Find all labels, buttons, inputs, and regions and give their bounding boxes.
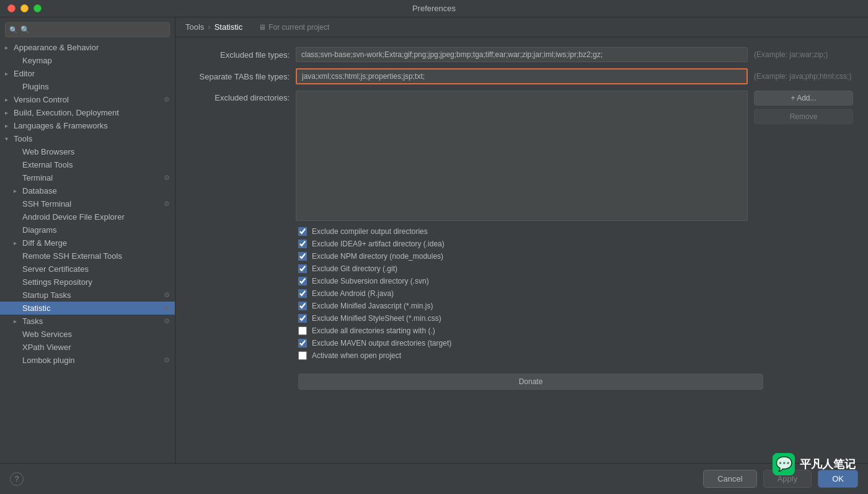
checkbox-row-chk11: Activate when open project [298,351,853,360]
settings-content: Excluded file types: (Example: jar;war;z… [175,37,868,463]
search-input[interactable] [5,22,170,37]
sidebar-item-server-certs[interactable]: Server Certificates [0,263,175,276]
checkbox-row-chk1: Exclude compiler output directories [298,227,853,236]
gear-icon: ⚙ [164,356,170,364]
checkbox-chk8[interactable] [298,314,307,323]
checkbox-label-chk1[interactable]: Exclude compiler output directories [312,227,428,236]
checkbox-row-chk10: Exclude MAVEN output directories (target… [298,339,853,348]
sidebar-item-label: Version Control [14,95,69,104]
checkbox-chk4[interactable] [298,264,307,273]
checkbox-chk9[interactable] [298,326,307,335]
sidebar: 🔍 ▸Appearance & BehaviorKeymap▸EditorPlu… [0,17,175,463]
sidebar-item-remote-ssh[interactable]: Remote SSH External Tools [0,249,175,263]
sidebar-item-diagrams[interactable]: Diagrams [0,223,175,236]
sidebar-item-label: External Tools [22,160,73,169]
sidebar-item-languages[interactable]: ▸Languages & Frameworks [0,119,175,132]
bottom-actions: Cancel Apply OK [703,470,858,488]
sidebar-item-lombok-plugin[interactable]: Lombok plugin⚙ [0,354,175,367]
checkbox-chk6[interactable] [298,289,307,298]
sidebar-item-settings-repo[interactable]: Settings Repository [0,276,175,289]
sidebar-item-startup-tasks[interactable]: Startup Tasks⚙ [0,289,175,302]
separate-tabs-input[interactable] [296,68,748,84]
checkbox-chk1[interactable] [298,227,307,236]
checkbox-chk10[interactable] [298,339,307,348]
sidebar-item-label: Statistic [22,303,51,313]
sidebar-item-xpath-viewer[interactable]: XPath Viewer [0,341,175,354]
project-label: For current project [268,23,329,32]
checkbox-chk11[interactable] [298,351,307,360]
checkbox-chk2[interactable] [298,240,307,248]
excluded-file-types-input[interactable] [296,47,748,62]
breadcrumb-current: Statistic [215,22,243,32]
gear-icon: ⚙ [164,96,170,104]
directories-buttons: + Add... Remove [754,91,853,124]
donate-button[interactable]: Donate [298,374,763,390]
excluded-file-types-row: Excluded file types: (Example: jar;war;z… [190,47,853,62]
ok-button[interactable]: OK [818,470,858,488]
checkbox-row-chk2: Exclude IDEA9+ artifact directory (.idea… [298,240,853,248]
checkbox-label-chk11[interactable]: Activate when open project [312,351,401,360]
sidebar-item-build[interactable]: ▸Build, Execution, Deployment [0,106,175,119]
excluded-directories-row: Excluded directories: + Add... Remove [190,91,853,221]
checkbox-chk5[interactable] [298,277,307,285]
checkbox-label-chk3[interactable]: Exclude NPM directory (node_modules) [312,252,443,261]
sidebar-item-web-services[interactable]: Web Services [0,328,175,341]
close-button[interactable] [7,4,16,12]
sidebar-item-label: SSH Terminal [22,199,71,209]
sidebar-item-android-device[interactable]: Android Device File Explorer [0,210,175,223]
sidebar-item-label: Diff & Merge [22,238,67,248]
checkbox-label-chk9[interactable]: Exclude all directories starting with (.… [312,326,435,335]
excluded-file-types-hint: (Example: jar;war;zip;) [754,50,853,59]
checkbox-label-chk10[interactable]: Exclude MAVEN output directories (target… [312,339,451,348]
apply-button[interactable]: Apply [763,470,812,488]
sidebar-item-tools[interactable]: ▾Tools [0,132,175,145]
sidebar-item-web-browsers[interactable]: Web Browsers [0,145,175,158]
checkbox-label-chk6[interactable]: Exclude Android (R.java) [312,289,394,298]
sidebar-item-plugins[interactable]: Plugins [0,80,175,93]
sidebar-item-ssh-terminal[interactable]: SSH Terminal⚙ [0,197,175,210]
checkbox-label-chk2[interactable]: Exclude IDEA9+ artifact directory (.idea… [312,240,445,248]
excluded-directories-box [296,91,748,221]
sidebar-item-label: Plugins [22,82,49,91]
sidebar-item-label: Editor [14,69,35,78]
checkbox-label-chk5[interactable]: Exclude Subversion directory (.svn) [312,277,429,285]
sidebar-item-label: Diagrams [22,225,57,235]
donate-row: Donate [190,374,853,390]
arrow-icon: ▸ [14,187,22,194]
sidebar-item-label: Remote SSH External Tools [22,251,122,261]
checkbox-chk7[interactable] [298,302,307,310]
maximize-button[interactable] [33,4,42,12]
remove-directory-button[interactable]: Remove [754,109,853,124]
sidebar-item-database[interactable]: ▸Database [0,184,175,197]
sidebar-item-terminal[interactable]: Terminal⚙ [0,171,175,184]
window-controls [7,4,42,12]
checkbox-label-chk4[interactable]: Exclude Git directory (.git) [312,264,397,273]
sidebar-item-keymap[interactable]: Keymap [0,54,175,67]
arrow-icon: ▾ [5,135,14,142]
search-box[interactable]: 🔍 [5,22,170,37]
help-button[interactable]: ? [10,472,24,486]
checkbox-label-chk7[interactable]: Exclude Minified Javascript (*.min.js) [312,302,433,310]
cancel-button[interactable]: Cancel [703,470,756,488]
content-header: Tools › Statistic 🖥 For current project [175,17,868,37]
sidebar-item-version-control[interactable]: ▸Version Control⚙ [0,93,175,106]
add-directory-button[interactable]: + Add... [754,91,853,106]
sidebar-item-appearance[interactable]: ▸Appearance & Behavior [0,41,175,54]
minimize-button[interactable] [20,4,29,12]
checkbox-label-chk8[interactable]: Exclude Minified StyleSheet (*.min.css) [312,314,441,323]
content-area: Tools › Statistic 🖥 For current project … [175,17,868,463]
sidebar-item-statistic[interactable]: Statistic⚙ [0,302,175,315]
arrow-icon: ▸ [14,318,22,325]
checkbox-row-chk5: Exclude Subversion directory (.svn) [298,277,853,285]
sidebar-item-external-tools[interactable]: External Tools [0,158,175,171]
sidebar-item-label: Tasks [22,317,43,326]
sidebar-item-diff-merge[interactable]: ▸Diff & Merge [0,236,175,249]
sidebar-item-label: Appearance & Behavior [14,43,99,52]
sidebar-item-label: Terminal [22,173,53,182]
checkbox-chk3[interactable] [298,252,307,261]
sidebar-item-editor[interactable]: ▸Editor [0,67,175,80]
sidebar-item-label: Server Certificates [22,264,89,274]
sidebar-item-tasks[interactable]: ▸Tasks⚙ [0,315,175,328]
gear-icon: ⚙ [164,174,170,182]
main-container: 🔍 ▸Appearance & BehaviorKeymap▸EditorPlu… [0,17,868,463]
